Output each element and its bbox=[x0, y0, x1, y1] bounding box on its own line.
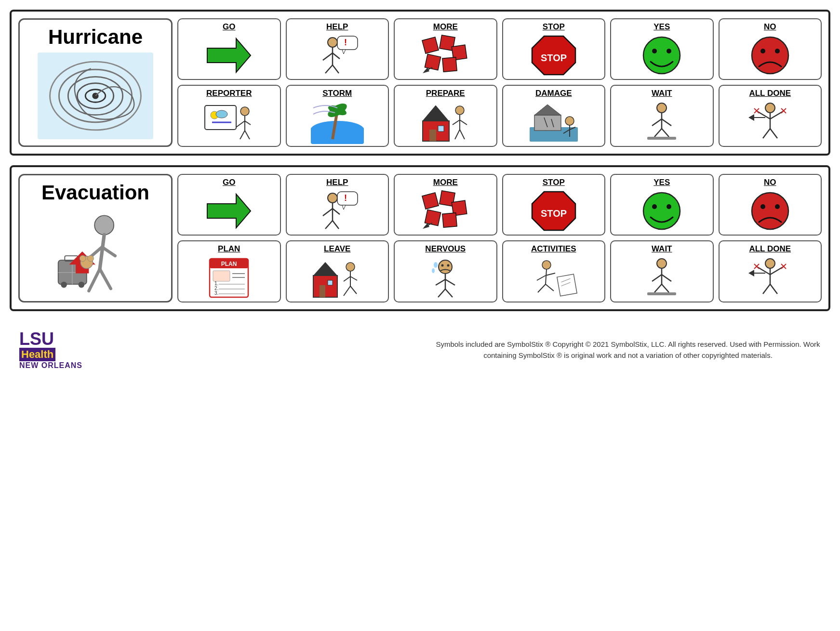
activities-icon bbox=[527, 256, 580, 300]
evacuation-no-icon bbox=[721, 189, 819, 233]
hurricane-yes-label: YES bbox=[653, 22, 670, 32]
evacuation-plan-card[interactable]: PLAN bbox=[177, 240, 281, 302]
help-icon bbox=[311, 34, 364, 77]
prepare-icon bbox=[419, 101, 472, 144]
hurricane-no-icon bbox=[721, 34, 819, 77]
evacuation-more-card[interactable]: MORE bbox=[394, 174, 497, 236]
no-icon bbox=[744, 34, 797, 77]
evacuation-help-card[interactable]: HELP bbox=[286, 174, 389, 236]
evacuation-no-label: NO bbox=[764, 178, 776, 187]
hurricane-storm-card[interactable]: STORM bbox=[286, 85, 389, 146]
evacuation-help-label: HELP bbox=[326, 178, 348, 187]
evacuation-yes-icon bbox=[613, 189, 711, 233]
evacuation-plan-label: PLAN bbox=[218, 244, 240, 254]
evacuation-wait-card[interactable]: WAIT bbox=[610, 240, 714, 302]
hurricane-damage-icon bbox=[505, 101, 603, 144]
wait-icon bbox=[635, 101, 688, 144]
evacuation-stop-card[interactable]: STOP bbox=[502, 174, 606, 236]
hurricane-alldone-icon bbox=[721, 101, 819, 144]
hurricane-symbol bbox=[40, 55, 151, 137]
no-icon-2 bbox=[744, 189, 797, 233]
evacuation-title: Evacuation bbox=[41, 181, 149, 204]
evacuation-alldone-label: ALL DONE bbox=[749, 244, 791, 254]
evacuation-no-card[interactable]: NO bbox=[719, 174, 822, 236]
alldone-icon-2 bbox=[744, 256, 797, 300]
evacuation-leave-card[interactable]: LEAVE bbox=[286, 240, 389, 302]
hurricane-stop-label: STOP bbox=[543, 22, 565, 32]
hurricane-go-card[interactable]: GO bbox=[177, 18, 281, 80]
hurricane-stop-card[interactable]: STOP bbox=[502, 18, 606, 80]
hurricane-reporter-card[interactable]: REPORTER bbox=[177, 85, 281, 146]
hurricane-reporter-icon bbox=[180, 101, 278, 144]
stop-icon bbox=[527, 34, 580, 77]
evacuation-activities-card[interactable]: ACTIVITIES bbox=[502, 240, 606, 302]
hurricane-more-icon bbox=[397, 34, 494, 77]
evacuation-activities-label: ACTIVITIES bbox=[531, 244, 576, 254]
hurricane-damage-card[interactable]: DAMAGE bbox=[502, 85, 606, 146]
evacuation-more-label: MORE bbox=[433, 178, 458, 187]
evacuation-grid: GO HELP MORE STOP bbox=[177, 174, 822, 302]
evacuation-nervous-card[interactable]: NERVOUS bbox=[394, 240, 497, 302]
plan-icon bbox=[202, 256, 255, 300]
yes-icon bbox=[635, 34, 688, 77]
wait-icon-2 bbox=[635, 256, 688, 300]
evacuation-activities-icon bbox=[505, 256, 603, 300]
hurricane-more-card[interactable]: MORE bbox=[394, 18, 497, 80]
hurricane-alldone-card[interactable]: ALL DONE bbox=[719, 85, 822, 146]
copyright-text: Symbols included are SymbolStix ® Copyri… bbox=[435, 339, 821, 361]
hurricane-wait-icon bbox=[613, 101, 711, 144]
footer: LSU Health NEW ORLEANS Symbols included … bbox=[10, 326, 830, 375]
help-icon-2 bbox=[311, 189, 364, 233]
hurricane-help-icon bbox=[289, 34, 387, 77]
new-orleans-text: NEW ORLEANS bbox=[19, 361, 82, 370]
hurricane-go-label: GO bbox=[223, 22, 235, 32]
hurricane-wait-label: WAIT bbox=[652, 89, 672, 98]
hurricane-section: Hurricane GO HELP M bbox=[10, 10, 830, 156]
hurricane-title: Hurricane bbox=[48, 26, 143, 49]
evacuation-leave-icon bbox=[289, 256, 387, 300]
lsu-text: LSU bbox=[19, 330, 54, 348]
hurricane-storm-label: STORM bbox=[322, 89, 352, 98]
lsu-logo: LSU Health NEW ORLEANS bbox=[19, 330, 82, 370]
hurricane-stop-icon bbox=[505, 34, 603, 77]
evacuation-yes-card[interactable]: YES bbox=[610, 174, 714, 236]
evacuation-plan-icon bbox=[180, 256, 278, 300]
evacuation-go-icon bbox=[180, 189, 278, 233]
leave-icon bbox=[311, 256, 364, 300]
evacuation-help-icon bbox=[289, 189, 387, 233]
yes-icon-2 bbox=[635, 189, 688, 233]
hurricane-prepare-card[interactable]: PREPARE bbox=[394, 85, 497, 146]
evacuation-go-label: GO bbox=[223, 178, 235, 187]
hurricane-wait-card[interactable]: WAIT bbox=[610, 85, 714, 146]
nervous-icon bbox=[419, 256, 472, 300]
hurricane-title-card: Hurricane bbox=[18, 18, 173, 147]
stop-icon-2 bbox=[527, 189, 580, 233]
evacuation-go-card[interactable]: GO bbox=[177, 174, 281, 236]
page-container: Hurricane GO HELP M bbox=[10, 10, 830, 375]
evacuation-wait-icon bbox=[613, 256, 711, 300]
evacuation-title-card: Evacuation bbox=[18, 174, 173, 302]
evacuation-symbol bbox=[40, 208, 151, 295]
hurricane-yes-icon bbox=[613, 34, 711, 77]
go-icon bbox=[202, 34, 255, 77]
hurricane-image bbox=[38, 53, 153, 139]
evacuation-nervous-label: NERVOUS bbox=[425, 244, 466, 254]
hurricane-no-card[interactable]: NO bbox=[719, 18, 822, 80]
hurricane-no-label: NO bbox=[764, 22, 776, 32]
hurricane-help-card[interactable]: HELP bbox=[286, 18, 389, 80]
hurricane-yes-card[interactable]: YES bbox=[610, 18, 714, 80]
more-icon-2 bbox=[419, 189, 472, 233]
evacuation-stop-icon bbox=[505, 189, 603, 233]
hurricane-prepare-label: PREPARE bbox=[426, 89, 465, 98]
evacuation-alldone-card[interactable]: ALL DONE bbox=[719, 240, 822, 302]
evacuation-section: Evacuation GO HELP bbox=[10, 165, 830, 311]
hurricane-grid: GO HELP MORE STOP bbox=[177, 18, 822, 147]
evacuation-nervous-icon bbox=[397, 256, 494, 300]
hurricane-damage-label: DAMAGE bbox=[535, 89, 572, 98]
damage-icon bbox=[527, 101, 580, 144]
go-icon-2 bbox=[202, 189, 255, 233]
reporter-icon bbox=[202, 101, 255, 144]
evacuation-more-icon bbox=[397, 189, 494, 233]
hurricane-go-icon bbox=[180, 34, 278, 77]
evacuation-wait-label: WAIT bbox=[652, 244, 672, 254]
